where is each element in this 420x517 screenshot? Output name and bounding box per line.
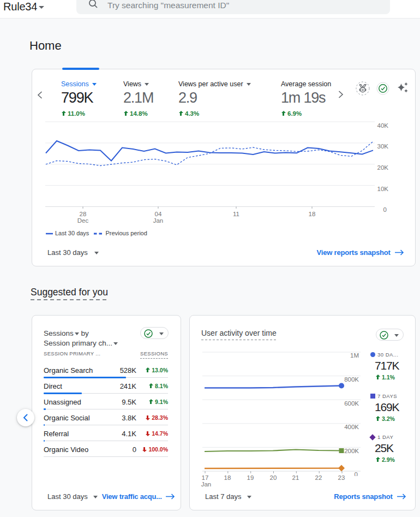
svg-text:Dec: Dec [77,217,89,224]
svg-text:11: 11 [233,211,239,217]
svg-text:20K: 20K [377,164,389,171]
svg-text:Jan: Jan [153,217,164,224]
svg-text:Jan: Jan [201,481,212,488]
svg-text:19: 19 [247,474,254,481]
svg-text:23: 23 [338,474,345,481]
svg-text:21: 21 [292,474,299,481]
svg-text:10K: 10K [377,186,389,192]
svg-text:20: 20 [270,474,277,481]
svg-text:40K: 40K [377,122,389,129]
svg-text:04: 04 [155,211,162,217]
svg-text:30K: 30K [377,143,389,150]
svg-text:18: 18 [224,474,231,481]
svg-text:17: 17 [202,474,209,481]
svg-text:18: 18 [309,211,316,217]
svg-text:22: 22 [315,474,322,481]
svg-text:28: 28 [80,211,87,217]
svg-text:0: 0 [383,206,387,213]
